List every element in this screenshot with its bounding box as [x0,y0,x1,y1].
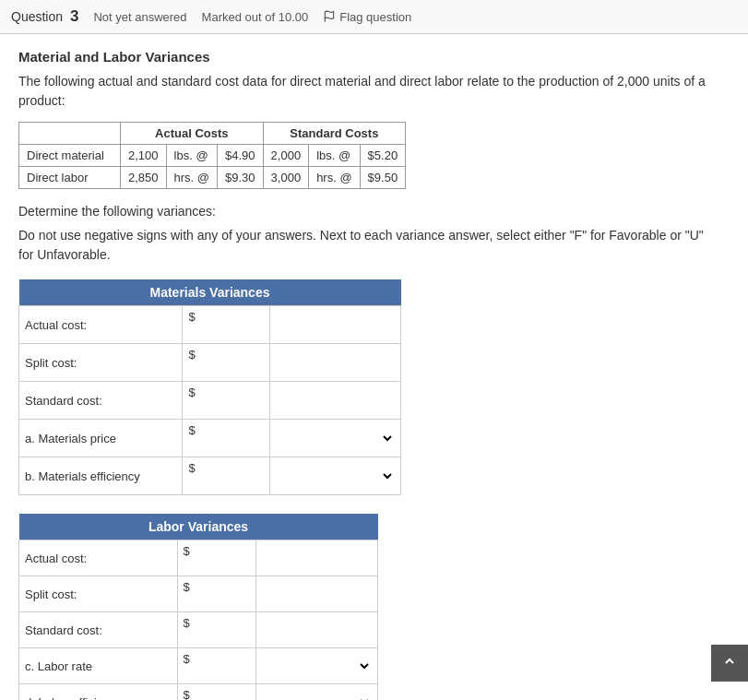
table-row: Split cost: $ [19,576,378,612]
page-title: Material and Labor Variances [18,49,710,65]
labor-split-cost-input[interactable] [184,594,251,608]
question-label: Question 3 [11,7,78,26]
table-row: Standard cost: $ [19,382,401,420]
table-row: a. Materials price $ F U [19,420,401,457]
scroll-up-button[interactable] [711,645,748,682]
arrow-up-icon [722,654,737,669]
table-row: Direct labor 2,850 hrs. @ $9.30 3,000 hr… [19,167,406,189]
instructions-1: Determine the following variances: [18,204,710,219]
labor-rate-select[interactable]: F U [262,658,372,674]
actual-costs-header: Actual Costs [121,123,264,145]
question-marked: Marked out of 10.00 [202,10,309,24]
cost-data-table: Actual Costs Standard Costs Direct mater… [18,122,406,189]
materials-efficiency-select[interactable]: F U [276,469,395,484]
main-content: Material and Labor Variances The followi… [0,34,729,700]
materials-standard-cost-input[interactable] [188,399,264,415]
materials-split-cost-input[interactable] [188,362,264,377]
table-row: Actual cost: $ [19,540,378,576]
table-row: Split cost: $ [19,344,401,382]
labor-variances-table: Labor Variances Actual cost: $ Split cos… [18,514,378,700]
materials-efficiency-variance-input[interactable] [188,475,264,491]
flag-icon [323,10,336,23]
materials-price-select[interactable]: F U [276,431,395,446]
question-number: 3 [70,7,78,25]
labor-actual-cost-input[interactable] [184,558,251,572]
question-status: Not yet answered [93,10,186,24]
standard-costs-header: Standard Costs [263,123,406,145]
table-row: c. Labor rate $ F U [19,648,378,684]
materials-variances-header: Materials Variances [19,279,401,306]
labor-variances-header: Labor Variances [19,514,378,540]
labor-standard-cost-input[interactable] [184,630,251,644]
instructions-2: Do not use negative signs with any of yo… [18,226,710,265]
materials-price-variance-input[interactable] [188,437,264,453]
materials-variances-table: Materials Variances Actual cost: $ Split… [18,279,401,495]
labor-rate-variance-input[interactable] [184,666,251,680]
flag-question-button[interactable]: Flag question [323,10,411,24]
table-row: b. Materials efficiency $ F U [19,457,401,495]
top-bar: Question 3 Not yet answered Marked out o… [0,0,748,34]
table-row: Standard cost: $ [19,612,378,648]
table-row: d. Labor efficieny $ F U [19,684,378,701]
labor-efficiency-select[interactable]: F U [262,694,372,701]
materials-actual-cost-input[interactable] [188,324,264,339]
table-row: Direct material 2,100 lbs. @ $4.90 2,000… [19,145,406,167]
table-row: Actual cost: $ [19,306,401,344]
description-text: The following actual and standard cost d… [18,72,710,111]
